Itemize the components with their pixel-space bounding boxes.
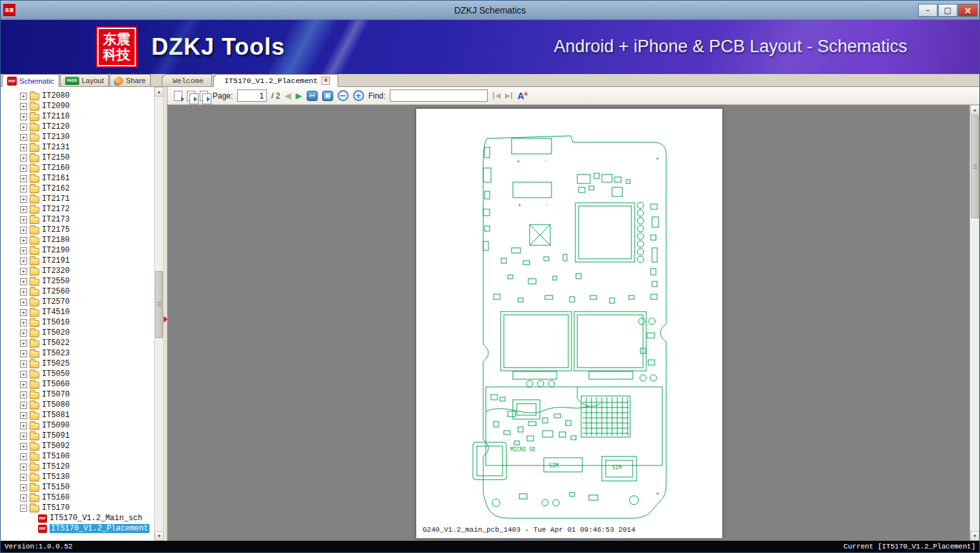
tree-folder-row[interactable]: + IT5120 bbox=[1, 462, 154, 472]
tab-layout[interactable]: PADS Layout bbox=[60, 74, 110, 86]
tree-folder-row[interactable]: + IT2130 bbox=[1, 132, 154, 142]
tree-folder-row[interactable]: + IT2191 bbox=[1, 256, 154, 266]
tree-folder-row-expanded[interactable]: − IT5170 bbox=[1, 503, 154, 513]
collapse-icon[interactable]: − bbox=[20, 505, 27, 512]
tree-folder-row[interactable]: + IT5023 bbox=[1, 348, 154, 359]
find-next-icon[interactable]: ▶ bbox=[505, 91, 513, 100]
tree-file-row[interactable]: PDF IT5170_V1.2_Placement bbox=[1, 523, 154, 534]
expand-icon[interactable]: + bbox=[20, 433, 27, 440]
match-case-icon[interactable]: Aa bbox=[517, 91, 527, 100]
scroll-down-icon[interactable]: ▼ bbox=[970, 531, 979, 541]
expand-icon[interactable]: + bbox=[20, 319, 27, 326]
zoom-in-icon[interactable]: + bbox=[353, 90, 364, 101]
tree-folder-row[interactable]: + IT5091 bbox=[1, 431, 154, 441]
expand-icon[interactable]: + bbox=[20, 340, 27, 347]
expand-icon[interactable]: + bbox=[20, 155, 27, 162]
tree-folder-row[interactable]: + IT2162 bbox=[1, 183, 154, 194]
expand-icon[interactable]: + bbox=[20, 453, 27, 460]
tree-folder-row[interactable]: + IT5100 bbox=[1, 451, 154, 462]
tree-folder-row[interactable]: + IT5070 bbox=[1, 389, 154, 400]
tree-folder-row[interactable]: + IT2120 bbox=[1, 122, 154, 132]
find-previous-icon[interactable]: ◀ bbox=[492, 91, 500, 100]
close-button[interactable]: × bbox=[958, 4, 977, 17]
tree-folder-row[interactable]: + IT5160 bbox=[1, 492, 154, 503]
tree-folder-row[interactable]: + IT4510 bbox=[1, 307, 154, 317]
tree-folder-row[interactable]: + IT5022 bbox=[1, 338, 154, 348]
next-page-icon[interactable]: ▶ bbox=[296, 91, 302, 100]
tab-share[interactable]: → Share bbox=[110, 74, 151, 86]
expand-icon[interactable]: + bbox=[20, 412, 27, 419]
find-input[interactable] bbox=[390, 89, 488, 102]
expand-icon[interactable]: + bbox=[20, 258, 27, 265]
expand-icon[interactable]: + bbox=[20, 309, 27, 316]
expand-icon[interactable]: + bbox=[20, 93, 27, 100]
expand-icon[interactable]: + bbox=[20, 443, 27, 450]
expand-icon[interactable]: + bbox=[20, 165, 27, 172]
tree-folder-row[interactable]: + IT5050 bbox=[1, 369, 154, 379]
expand-icon[interactable]: + bbox=[20, 175, 27, 182]
expand-icon[interactable]: + bbox=[20, 237, 27, 244]
expand-icon[interactable]: + bbox=[20, 422, 27, 429]
tree-folder-row[interactable]: + IT5010 bbox=[1, 317, 154, 328]
expand-icon[interactable]: + bbox=[20, 185, 27, 192]
tree-folder-row[interactable]: + IT2550 bbox=[1, 276, 154, 286]
tree-folder-row[interactable]: + IT5020 bbox=[1, 328, 154, 338]
expand-icon[interactable]: + bbox=[20, 288, 27, 295]
viewer-canvas[interactable]: + - + - MICRO SD SIM SIM + + G24 bbox=[168, 105, 970, 541]
single-page-icon[interactable] bbox=[174, 91, 182, 101]
expand-icon[interactable]: + bbox=[20, 484, 27, 491]
expand-icon[interactable]: + bbox=[20, 330, 27, 337]
expand-icon[interactable]: + bbox=[20, 371, 27, 378]
expand-icon[interactable]: + bbox=[20, 113, 27, 120]
tree-folder-row[interactable]: + IT5081 bbox=[1, 410, 154, 420]
expand-icon[interactable]: + bbox=[20, 134, 27, 141]
expand-icon[interactable]: + bbox=[20, 144, 27, 151]
expand-icon[interactable]: + bbox=[20, 299, 27, 306]
expand-icon[interactable]: + bbox=[20, 350, 27, 357]
tree-folder-row[interactable]: + IT2090 bbox=[1, 101, 154, 111]
expand-icon[interactable]: + bbox=[20, 227, 27, 234]
fit-width-icon[interactable]: ↔ bbox=[307, 91, 318, 101]
tab-welcome[interactable]: Welcome bbox=[162, 74, 212, 86]
content-scrollbar[interactable]: ▲ ▼ bbox=[970, 105, 979, 541]
expand-icon[interactable]: + bbox=[20, 474, 27, 481]
scroll-up-icon[interactable]: ▲ bbox=[155, 87, 164, 97]
tree-folder-row[interactable]: + IT2180 bbox=[1, 235, 154, 245]
zoom-out-icon[interactable]: − bbox=[338, 90, 349, 101]
scroll-up-icon[interactable]: ▲ bbox=[970, 105, 979, 115]
expand-icon[interactable]: + bbox=[20, 206, 27, 213]
expand-icon[interactable]: + bbox=[20, 196, 27, 203]
scroll-down-icon[interactable]: ▼ bbox=[155, 531, 164, 541]
continuous-pages-icon[interactable] bbox=[200, 91, 208, 101]
tree-folder-row[interactable]: + IT2570 bbox=[1, 297, 154, 307]
previous-page-icon[interactable]: ◀ bbox=[285, 91, 291, 100]
expand-icon[interactable]: + bbox=[20, 381, 27, 388]
tree-folder-row[interactable]: + IT2150 bbox=[1, 153, 154, 163]
tree-folder-row[interactable]: + IT5060 bbox=[1, 379, 154, 389]
expand-icon[interactable]: + bbox=[20, 216, 27, 223]
tree-folder-row[interactable]: + IT5080 bbox=[1, 400, 154, 410]
expand-icon[interactable]: + bbox=[20, 124, 27, 131]
expand-icon[interactable]: + bbox=[20, 268, 27, 275]
expand-icon[interactable]: + bbox=[20, 402, 27, 409]
content-scrollbar-thumb[interactable] bbox=[971, 115, 979, 218]
tree-folder-row[interactable]: + IT2131 bbox=[1, 142, 154, 153]
maximize-button[interactable]: □ bbox=[938, 4, 957, 17]
tree-file-row[interactable]: PDF IT5170_V1.2_Main_sch bbox=[1, 513, 154, 523]
tree-folder-row[interactable]: + IT5025 bbox=[1, 359, 154, 369]
tree-folder-row[interactable]: + IT5090 bbox=[1, 420, 154, 431]
tree-folder-row[interactable]: + IT2161 bbox=[1, 173, 154, 183]
expand-icon[interactable]: + bbox=[20, 494, 27, 501]
tree-folder-row[interactable]: + IT2173 bbox=[1, 214, 154, 225]
facing-pages-icon[interactable] bbox=[187, 91, 195, 101]
tree-folder-row[interactable]: + IT5130 bbox=[1, 472, 154, 482]
expand-icon[interactable]: + bbox=[20, 361, 27, 368]
expand-icon[interactable]: + bbox=[20, 103, 27, 110]
tree-folder-row[interactable]: + IT2560 bbox=[1, 286, 154, 297]
tab-schematic[interactable]: PDF Schematic bbox=[2, 74, 59, 87]
tree-folder-row[interactable]: + IT5150 bbox=[1, 482, 154, 492]
page-number-input[interactable] bbox=[237, 89, 267, 102]
close-tab-icon[interactable]: × bbox=[322, 77, 330, 85]
minimize-button[interactable]: – bbox=[918, 4, 937, 17]
tree-folder-row[interactable]: + IT2190 bbox=[1, 245, 154, 256]
